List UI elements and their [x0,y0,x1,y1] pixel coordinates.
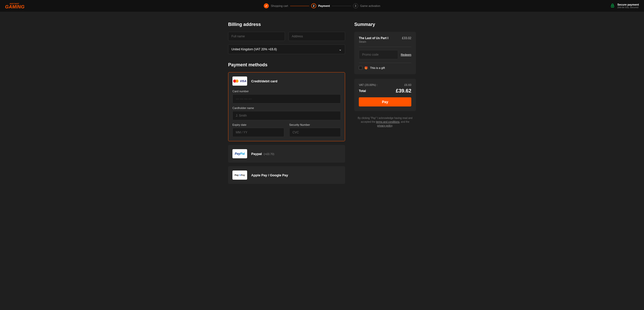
step-line [332,6,351,6]
totals-card: VAT (20.00%) : £6.60 Total £39.62 Pay [354,79,416,111]
payment-method-wallet[interactable]: Pay GPay Apple Pay / Google Pay [228,166,345,184]
brand-logo[interactable]: INSTANT GAMING [5,3,25,9]
brand-bottom: GAMING [5,5,25,9]
gift-checkbox[interactable] [359,66,362,70]
wallet-title: Apple Pay / Google Pay [251,173,288,177]
expiry-input[interactable] [232,128,284,137]
paypal-title: Paypal [251,152,262,156]
payment-method-paypal[interactable]: PayPal Paypal (+£0.70) [228,145,345,163]
lock-icon [610,3,615,9]
total-label: Total [359,89,366,93]
terms-link[interactable]: terms and conditions [376,120,399,123]
payment-methods-heading: Payment methods [228,62,345,68]
payment-card-title: Credit/debit card [251,79,277,83]
step-activation: 3 Game activation [353,3,380,8]
payment-method-card[interactable]: VISA Credit/debit card Card number Cardh… [228,72,345,141]
total-value: £39.62 [396,88,411,94]
apple-google-pay-icon: Pay GPay [232,170,247,180]
address-input[interactable] [289,32,345,41]
billing-heading: Billing address [228,22,345,27]
paypal-fee: (+£0.70) [264,152,274,156]
card-brands-icon: VISA [232,76,247,86]
legal-text: By clicking "Pay" I acknowledge having r… [354,116,416,128]
pay-button[interactable]: Pay [359,97,411,106]
country-select[interactable]: United Kingdom (VAT 20% +£6.6) ⌄ [228,44,345,54]
step-number: 3 [353,3,358,8]
cvc-input[interactable] [289,128,341,137]
chevron-down-icon: ⌄ [339,47,342,51]
product-price: £33.02 [402,36,411,40]
cardholder-label: Cardholder name [232,106,341,110]
step-cart-label: Shopping cart [271,4,288,7]
step-cart[interactable]: Shopping cart [264,3,288,8]
privacy-link[interactable]: privacy policy [377,124,392,127]
full-name-input[interactable] [228,32,285,41]
promo-code-input[interactable] [359,50,398,59]
summary-product-row: The Last of Us Part I Steam £33.02 [359,36,411,47]
check-icon [264,3,269,8]
payment-method-header[interactable]: VISA Credit/debit card [232,76,341,86]
secure-title: Secure payment [617,3,639,6]
svg-point-1 [612,6,613,6]
card-number-input[interactable] [232,94,341,103]
checkout-stepper: Shopping cart 2 Payment 3 Game activatio… [264,3,380,8]
country-value: United Kingdom (VAT 20% +£6.6) [231,48,277,51]
cvc-label: Security Number [289,123,341,126]
cardholder-input[interactable] [232,111,341,120]
step-payment[interactable]: 2 Payment [311,3,330,8]
step-line [290,6,309,6]
card-number-label: Card number [232,90,341,93]
vat-label: VAT (20.00%) : [359,83,377,86]
expiry-label: Expiry date [232,123,284,126]
summary-heading: Summary [354,22,416,27]
summary-card: The Last of Us Part I Steam £33.02 Redee… [354,32,416,74]
product-platform: Steam [359,40,388,43]
vat-value: £6.60 [404,83,411,86]
gift-icon: 🎁 [364,66,368,70]
paypal-icon: PayPal [232,149,247,158]
secure-sub: 256-bit SSL Secured [617,6,639,9]
step-payment-label: Payment [318,4,330,7]
step-activation-label: Game activation [360,4,380,7]
gift-label: This is a gift [370,66,385,69]
secure-badge: Secure payment 256-bit SSL Secured [610,3,639,9]
product-name: The Last of Us Part I [359,36,388,40]
redeem-link[interactable]: Redeem [401,53,411,56]
top-header: INSTANT GAMING Shopping cart 2 Payment 3… [0,0,644,12]
step-number: 2 [311,3,316,8]
